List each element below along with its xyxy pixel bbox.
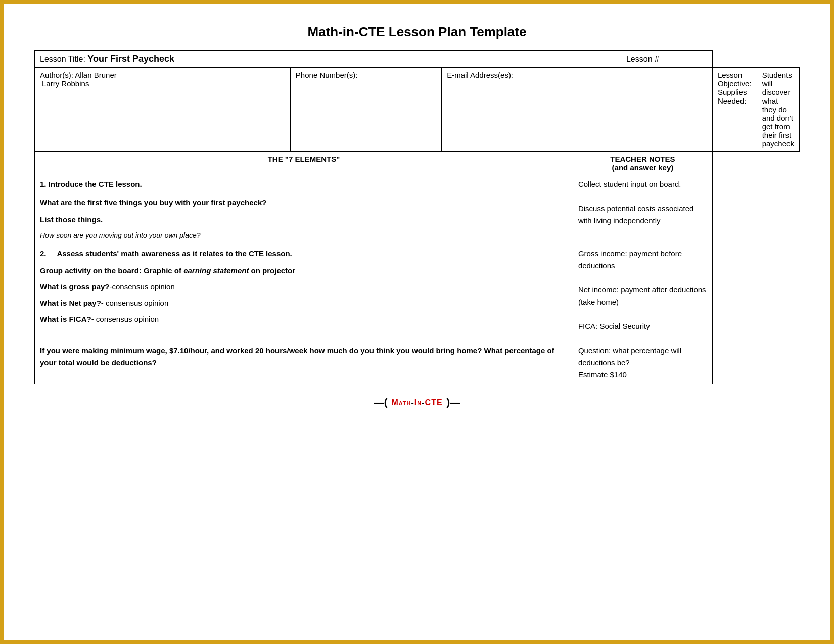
element2-last-bold: If you were making minimum wage, $7.10/h… <box>40 344 568 369</box>
teacher-header-line1: TEACHER NOTES <box>610 155 675 163</box>
lesson-title-label: Lesson Title: <box>40 55 85 63</box>
element1-teacher-line1: Collect student input on board. <box>578 180 681 188</box>
element2-group-activity: Group activity on the board: Graphic of … <box>40 265 568 277</box>
element2-bold-intro: Assess students' math awareness as it re… <box>57 249 292 258</box>
lesson-title-cell: Lesson Title: Your First Paycheck <box>35 51 573 68</box>
objective-value: Students will discover what they do and … <box>762 71 794 148</box>
email-cell: E-mail Address(es): <box>442 68 713 152</box>
element2-fica-label: What is FICA? <box>40 315 91 323</box>
element2-on-projector: on projector <box>249 266 295 275</box>
element2-teacher-gross: Gross income: payment before deductions <box>578 249 682 270</box>
element2-net-pay: What is Net pay?- consensus opinion <box>40 297 568 309</box>
lesson-title-row: Lesson Title: Your First Paycheck Lesson… <box>35 51 800 68</box>
element2-gross-pay: What is gross pay?-consensus opinion <box>40 281 568 293</box>
objective-value-cell: Students will discover what they do and … <box>757 68 799 152</box>
element2-number: 2. <box>40 249 47 258</box>
page-title: Math-in-CTE Lesson Plan Template <box>308 24 527 40</box>
element1-subtext: List those things. <box>40 214 568 226</box>
element1-cell: 1. Introduce the CTE lesson. What are th… <box>35 175 573 244</box>
lesson-title-value: Your First Paycheck <box>87 54 174 64</box>
element2-teacher-net: Net income: payment after deductions (ta… <box>578 285 706 306</box>
element2-row: 2. Assess students' math awareness as it… <box>35 244 800 384</box>
lesson-num-cell: Lesson # <box>573 51 712 68</box>
author-label: Author(s): <box>40 71 73 79</box>
phone-cell: Phone Number(s): <box>290 68 441 152</box>
header-row: THE "7 ELEMENTS" TEACHER NOTES (and answ… <box>35 152 800 175</box>
element2-teacher-fica: FICA: Social Security <box>578 322 650 330</box>
footer-logo: —( Math-In-CTE )— <box>374 397 460 408</box>
footer-dash-right: )— <box>447 397 460 408</box>
element2-cell: 2. Assess students' math awareness as it… <box>35 244 573 384</box>
teacher-header-line2: (and answer key) <box>612 163 674 172</box>
element1-teacher-cell: Collect student input on board. Discuss … <box>573 175 712 244</box>
element2-teacher-question: Question: what percentage will deduction… <box>578 346 681 367</box>
element2-fica: What is FICA?- consensus opinion <box>40 313 568 325</box>
lesson-num-label: Lesson # <box>626 55 659 63</box>
author-cell: Author(s): Allan Bruner Larry Robbins <box>35 68 291 152</box>
objective-label: Lesson Objective: <box>718 71 752 88</box>
email-label: E-mail Address(es): <box>447 71 513 79</box>
element2-gross-suffix: -consensus opinion <box>110 282 175 291</box>
teacher-header: TEACHER NOTES (and answer key) <box>573 152 712 175</box>
author-name1: Allan Bruner <box>75 71 117 79</box>
supplies-label: Supplies Needed: <box>718 88 747 105</box>
element2-net-suffix: - consensus opinion <box>101 299 168 307</box>
element2-gross-label: What is gross pay? <box>40 282 110 291</box>
element2-teacher-estimate: Estimate $140 <box>578 370 627 379</box>
element2-spacer <box>49 249 55 258</box>
element2-net-label: What is Net pay? <box>40 299 101 307</box>
main-table: Lesson Title: Your First Paycheck Lesson… <box>34 50 800 384</box>
element1-row: 1. Introduce the CTE lesson. What are th… <box>35 175 800 244</box>
element2-earning-statement: earning statement <box>183 266 249 275</box>
element1-teacher-line2: Discuss potential costs associated with … <box>578 204 693 225</box>
element1-number: 1. Introduce the CTE lesson. <box>40 180 142 188</box>
element1-question: What are the first five things you buy w… <box>40 196 568 209</box>
footer-cte: CTE <box>425 398 443 407</box>
footer-ath: ath <box>399 398 411 407</box>
element2-fica-suffix: - consensus opinion <box>91 315 159 323</box>
author-name2: Larry Robbins <box>40 79 89 88</box>
element1-italic: How soon are you moving out into your ow… <box>40 230 568 241</box>
phone-label: Phone Number(s): <box>296 71 358 79</box>
footer-n: n <box>417 398 422 407</box>
page-container: Math-in-CTE Lesson Plan Template Lesson … <box>0 0 834 644</box>
footer-math: M <box>391 398 398 407</box>
element2-teacher-cell: Gross income: payment before deductions … <box>573 244 712 384</box>
footer-dash-left: —( <box>374 397 388 408</box>
elements-header: THE "7 ELEMENTS" <box>35 152 573 175</box>
footer-brand: Math-In-CTE <box>391 398 442 407</box>
element2-group-text: Group activity on the board: Graphic of <box>40 266 183 275</box>
objective-label-cell: Lesson Objective: Supplies Needed: <box>712 68 757 152</box>
